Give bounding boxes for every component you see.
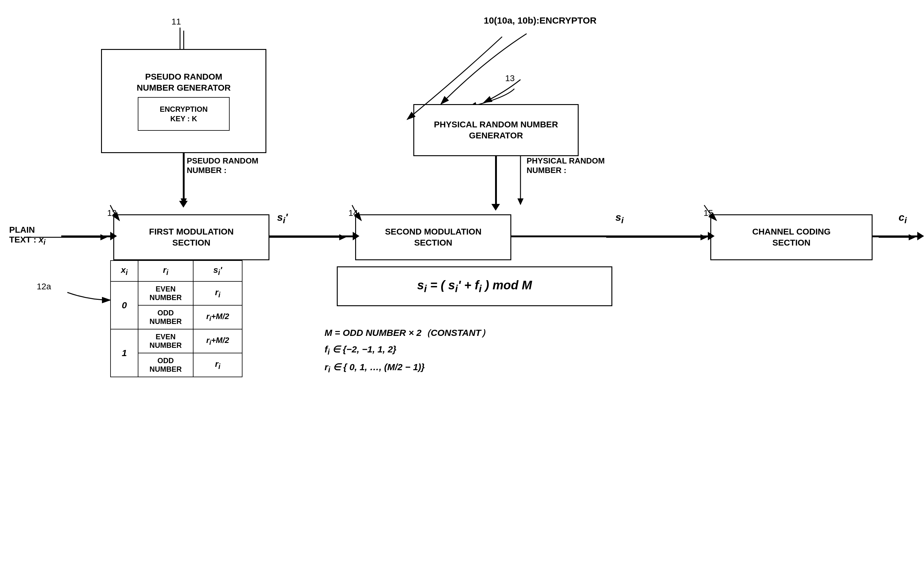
encryption-key-text: ENCRYPTION KEY : K (160, 105, 208, 123)
table-cell-ri-m2-1: ri+M/2 (193, 329, 242, 353)
prng-line2: NUMBER GENERATOR (137, 82, 231, 93)
arrowhead-plain-first (110, 232, 117, 240)
table-header-si-prime: si' (193, 260, 242, 281)
arrowhead-prng-first-mod (179, 201, 188, 208)
arrow-first-to-second (270, 236, 354, 237)
arrow-plain-to-first (61, 236, 112, 237)
table-cell-ri-1: ri (193, 353, 242, 377)
first-mod-box: FIRST MODULATION SECTION (113, 214, 270, 260)
second-mod-line2: SECTION (414, 237, 452, 248)
channel-coding-box: CHANNEL CODING SECTION (710, 214, 873, 260)
encryptor-label: 10(10a, 10b):ENCRYPTOR (484, 15, 596, 26)
ref-11: 11 (172, 17, 181, 27)
table-cell-even-1: EVENNUMBER (138, 329, 193, 353)
table-row: 0 EVENNUMBER ri (111, 281, 242, 305)
ri-set: ri ∈ { 0, 1, …, (M/2 − 1)} (325, 359, 490, 376)
table-header-xi: xi (111, 260, 138, 281)
svg-marker-8 (339, 234, 346, 240)
si-label: si (615, 211, 624, 225)
table-cell-even-0: EVENNUMBER (138, 281, 193, 305)
svg-marker-4 (517, 198, 523, 205)
plain-text-label: PLAIN TEXT : xi (9, 225, 46, 247)
table-header-ri: ri (138, 260, 193, 281)
channel-coding-line2: SECTION (772, 237, 810, 248)
formula-text: si = ( si' + fi ) mod M (417, 278, 532, 294)
second-mod-box: SECOND MODULATION SECTION (355, 214, 511, 260)
ref-12a: 12a (37, 282, 51, 291)
svg-marker-10 (700, 234, 707, 240)
m-constant: M = ODD NUMBER × 2（CONSTANT） (325, 325, 490, 341)
encryption-key-box: ENCRYPTION KEY : K (138, 97, 230, 131)
table-cell-x1: 1 (111, 329, 138, 377)
table-cell-x0: 0 (111, 281, 138, 329)
channel-coding-line1: CHANNEL CODING (752, 226, 831, 237)
first-mod-line2: SECTION (172, 237, 210, 248)
table-cell-odd-0: ODDNUMBER (138, 305, 193, 329)
table-cell-ri-0: ri (193, 281, 242, 305)
diagram: 11 PSEUDO RANDOM NUMBER GENERATOR ENCRYP… (0, 0, 924, 579)
pseudo-random-number-label: PSEUDO RANDOM NUMBER : (187, 156, 258, 175)
prng-line1: PSEUDO RANDOM (145, 71, 222, 82)
svg-marker-12 (909, 234, 916, 240)
arrow-second-to-channel (511, 236, 709, 237)
phys-rng-line1: PHYSICAL RANDOM NUMBER (434, 119, 558, 130)
arrowhead-first-second (353, 232, 360, 240)
ref-13: 13 (505, 74, 515, 83)
second-mod-line1: SECOND MODULATION (385, 226, 481, 237)
phys-rng-line2: GENERATOR (469, 130, 523, 141)
arrowhead-channel-out (917, 232, 924, 240)
arrow-prng-to-first-mod (183, 153, 185, 202)
physical-random-number-label: PHYSICAL RANDOM NUMBER : (527, 156, 605, 175)
arrowhead-second-channel (708, 232, 715, 240)
arrow-channel-out (873, 236, 919, 237)
si-prime-label: si' (277, 211, 288, 225)
formula-box: si = ( si' + fi ) mod M (337, 267, 612, 306)
table-cell-ri-m2-0: ri+M/2 (193, 305, 242, 329)
arrow-phys-to-second-mod (495, 156, 497, 205)
table-row: 1 EVENNUMBER ri+M/2 (111, 329, 242, 353)
table-cell-odd-1: ODDNUMBER (138, 353, 193, 377)
fi-set: fi ∈ {−2, −1, 1, 2} (325, 341, 490, 359)
ci-label: ci (899, 211, 907, 225)
first-mod-line1: FIRST MODULATION (149, 226, 234, 237)
arrowhead-phys-second-mod (491, 204, 500, 211)
svg-marker-6 (100, 234, 107, 240)
constants-text: M = ODD NUMBER × 2（CONSTANT） fi ∈ {−2, −… (325, 325, 490, 376)
prng-box: PSEUDO RANDOM NUMBER GENERATOR ENCRYPTIO… (101, 49, 267, 153)
phys-rng-box: PHYSICAL RANDOM NUMBER GENERATOR (413, 104, 579, 156)
lookup-table: xi ri si' 0 EVENNUMBER ri ODDNUMBER ri+M… (110, 260, 242, 377)
